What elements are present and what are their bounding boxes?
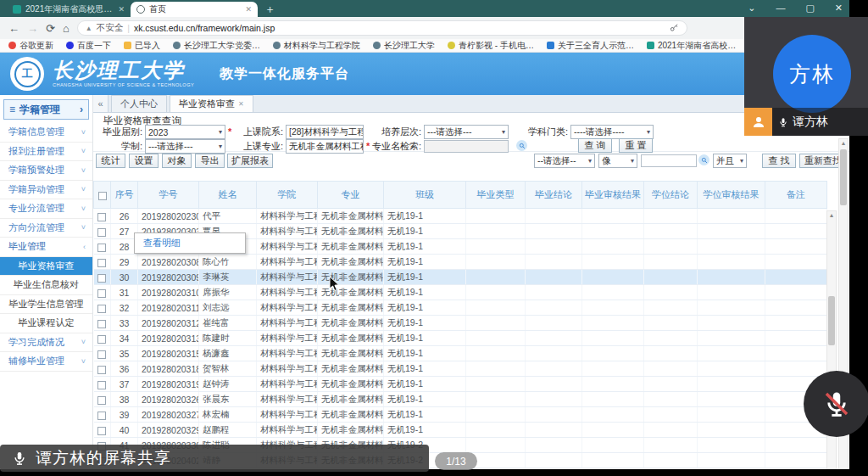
column-header-序号[interactable]: 序号 (111, 182, 138, 209)
column-header-毕业结论[interactable]: 毕业结论 (526, 182, 582, 209)
bookmark-item[interactable]: 2021年湖南省高校… (647, 40, 736, 52)
advanced-search-icon[interactable] (516, 140, 527, 151)
bookmark-item[interactable]: 长沙理工大学党委… (173, 40, 260, 52)
bookmark-item[interactable]: 长沙理工大学 (373, 40, 435, 52)
select-学科门类[interactable]: ----请选择---- ▾ (570, 125, 654, 139)
column-header-学号[interactable]: 学号 (138, 182, 199, 209)
table-row[interactable]: 40201928020329赵鹏程材料科学与工程学院无机非金属材料工程无机19-… (94, 423, 827, 438)
bookmark-item[interactable]: 百度一下 (66, 40, 111, 52)
row-checkbox[interactable] (94, 423, 111, 438)
table-row[interactable]: 30201928020309李琳英材料科学与工程学院无机非金属材料工程无机19-… (94, 270, 827, 285)
filter-logic-select[interactable]: 并且 ▾ (713, 154, 747, 168)
table-row[interactable]: 26201928020230代平材料科学与工程学院无机非金属材料工程无机19-1 (94, 209, 827, 224)
sidebar-item-报到注册管理[interactable]: 报到注册管理˅ (0, 143, 92, 162)
select-毕业届别[interactable]: 2023 ▾ (145, 125, 225, 139)
reload-icon[interactable]: ⟳ (46, 22, 55, 35)
sidebar-item-辅修毕业管理[interactable]: 辅修毕业管理˅ (0, 352, 92, 372)
column-header-毕业审核结果[interactable]: 毕业审核结果 (582, 182, 644, 209)
bookmark-item[interactable]: 已导入 (124, 40, 160, 52)
tab-close-icon[interactable]: ✕ (245, 5, 252, 14)
column-header-学位审核结果[interactable]: 学位审核结果 (698, 182, 765, 209)
sidebar-item-毕业课程认定[interactable]: 毕业课程认定 (0, 314, 92, 333)
column-header-姓名[interactable]: 姓名 (199, 182, 257, 209)
row-checkbox[interactable] (94, 285, 111, 300)
row-checkbox[interactable] (94, 255, 111, 270)
toolbar-settings-button[interactable]: 设置 (129, 154, 159, 168)
browser-tab-2[interactable]: 首页 ✕ (131, 2, 258, 17)
scrollbar-thumb[interactable] (828, 296, 835, 345)
column-header-学位结论[interactable]: 学位结论 (644, 182, 698, 209)
view-detail-tooltip[interactable]: 查看明细 (134, 232, 246, 254)
sidebar-item-毕业资格审查[interactable]: 毕业资格审查 (0, 257, 92, 277)
address-bar[interactable]: ▲ 不安全 | xk.csust.edu.cn/framework/main.j… (77, 20, 687, 36)
window-restore-icon[interactable]: ⌄ (748, 1, 755, 14)
row-checkbox[interactable] (94, 331, 111, 346)
find-button[interactable]: 查 找 (762, 154, 796, 168)
sidebar-item-毕业管理[interactable]: 毕业管理‹ (0, 238, 92, 257)
query-search-button[interactable]: 查 询 (578, 138, 612, 153)
browser-tab-1[interactable]: 2021年湖南省高校思想政治工作… ✕ (7, 2, 131, 17)
table-row[interactable]: 29201928020308陈心竹材料科学与工程学院无机非金属材料工程无机19-… (94, 255, 827, 270)
forward-icon[interactable]: → (27, 22, 38, 35)
table-row[interactable]: 31201928020310席振华材料科学与工程学院无机非金属材料工程无机19-… (94, 285, 827, 300)
filter-field-select[interactable]: --请选择-- ▾ (534, 154, 595, 168)
major-name-search-input[interactable] (424, 140, 509, 153)
sidebar-item-专业分流管理[interactable]: 专业分流管理˅ (0, 199, 92, 219)
table-row[interactable]: 37201928020319赵钟涛材料科学与工程学院无机非金属材料工程无机19-… (94, 377, 827, 392)
sidebar-item-毕业生信息核对[interactable]: 毕业生信息核对 (0, 276, 92, 295)
scroll-up-icon[interactable]: ▴ (827, 211, 836, 220)
sidebar-item-学籍异动管理[interactable]: 学籍异动管理˅ (0, 181, 92, 200)
home-icon[interactable]: ⌂ (63, 22, 70, 35)
sidebar-item-方向分流管理[interactable]: 方向分流管理˅ (0, 219, 92, 238)
window-maximize-icon[interactable]: ▢ (805, 1, 814, 14)
key-icon[interactable] (670, 23, 679, 34)
column-header-班级[interactable]: 班级 (384, 182, 466, 209)
row-checkbox[interactable] (94, 346, 111, 361)
sidebar-root-学籍管理[interactable]: ≡ 学籍管理 › (3, 99, 89, 120)
sidebar-item-学习完成情况[interactable]: 学习完成情况˅ (0, 333, 92, 353)
row-checkbox[interactable] (94, 300, 111, 316)
row-checkbox[interactable] (94, 392, 111, 407)
window-close-icon[interactable]: ✕ (835, 1, 843, 14)
select-上课院系[interactable]: [28]材料科学与工程学院 ▾ (286, 125, 364, 139)
toolbar-export-button[interactable]: 导出 (195, 154, 225, 168)
bookmark-item[interactable]: 关于三全育人示范… (547, 40, 634, 52)
toolbar-object-button[interactable]: 对象 (162, 154, 192, 168)
workspace-tab-个人中心[interactable]: 个人中心 (111, 95, 167, 112)
back-icon[interactable]: ← (8, 22, 19, 35)
column-header-毕业类型[interactable]: 毕业类型 (466, 182, 526, 209)
query-reset-button[interactable]: 重 置 (619, 138, 653, 153)
workspace-tab-毕业资格审查[interactable]: 毕业资格审查 ✕ (170, 95, 253, 112)
toolbar-extended-report-button[interactable]: 扩展报表 (227, 154, 273, 168)
table-row[interactable]: 34201928020313陈建时材料科学与工程学院无机非金属材料工程无机19-… (94, 331, 827, 346)
tab-scroll-left-icon[interactable]: « (93, 95, 108, 112)
row-checkbox[interactable] (94, 209, 111, 224)
table-row[interactable]: 33201928020312崔纯富材料科学与工程学院无机非金属材料工程无机19-… (94, 316, 827, 331)
filter-operator-select[interactable]: 像 ▾ (598, 154, 637, 168)
table-row[interactable]: 35201928020315杨濂鑫材料科学与工程学院无机非金属材料工程无机19-… (94, 346, 827, 361)
column-header-学院[interactable]: 学院 (257, 182, 318, 209)
bookmark-item[interactable]: 谷歌更新 (8, 40, 53, 52)
tab-close-icon[interactable]: ✕ (238, 100, 244, 108)
row-checkbox[interactable] (94, 377, 111, 392)
column-header-专业[interactable]: 专业 (318, 182, 384, 209)
tab-close-icon[interactable]: ✕ (118, 5, 125, 14)
window-minimize-icon[interactable]: — (776, 1, 785, 14)
row-checkbox[interactable] (94, 316, 111, 331)
bookmark-item[interactable]: 材料科学与工程学院 (273, 40, 360, 52)
search-icon[interactable] (698, 154, 709, 165)
row-checkbox[interactable] (94, 270, 111, 285)
table-row[interactable]: 32201928020311刘志远材料科学与工程学院无机非金属材料工程无机19-… (94, 300, 827, 316)
new-tab-button[interactable]: ＋ (264, 2, 275, 17)
table-row[interactable]: 39201928020327林宏楠材料科学与工程学院无机非金属材料工程无机19-… (94, 407, 827, 423)
sidebar-item-毕业学生信息管理[interactable]: 毕业学生信息管理 (0, 295, 92, 315)
select-all-checkbox[interactable] (94, 182, 111, 209)
microphone-muted-button[interactable] (804, 371, 868, 437)
table-row[interactable]: 38201928020326张晨东材料科学与工程学院无机非金属材料工程无机19-… (94, 392, 827, 407)
row-checkbox[interactable] (94, 224, 111, 239)
scrollbar-thumb[interactable] (840, 149, 847, 205)
table-row[interactable]: 36201928020318贺智林材料科学与工程学院无机非金属材料工程无机19-… (94, 361, 827, 377)
participant-video-tile[interactable]: 方林 谭方林 (744, 17, 868, 136)
scroll-up-icon[interactable]: ▴ (839, 139, 848, 148)
row-checkbox[interactable] (94, 361, 111, 377)
